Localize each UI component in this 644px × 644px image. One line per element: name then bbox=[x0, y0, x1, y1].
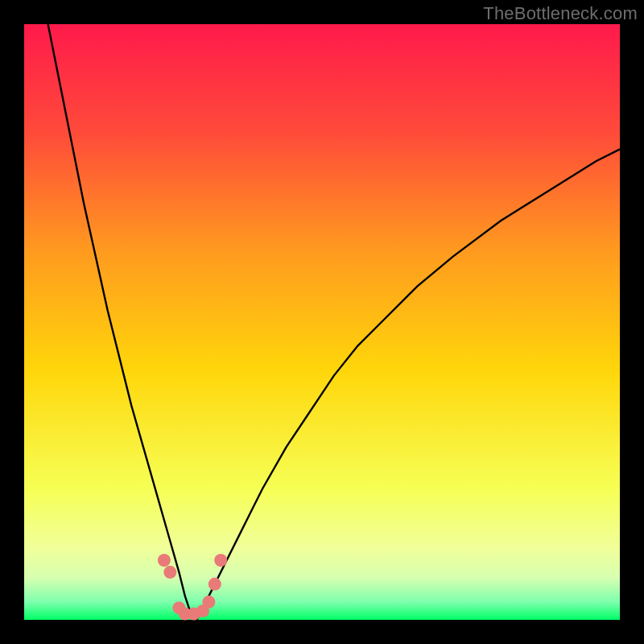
sample-markers bbox=[158, 554, 227, 621]
series-left-curve bbox=[48, 24, 197, 620]
sample-marker bbox=[214, 554, 227, 567]
sample-marker bbox=[158, 554, 171, 567]
chart-canvas bbox=[24, 24, 620, 620]
sample-marker bbox=[208, 578, 221, 591]
sample-marker bbox=[202, 596, 215, 609]
watermark-text: TheBottleneck.com bbox=[483, 3, 638, 24]
sample-marker bbox=[163, 566, 176, 579]
series-right-curve bbox=[197, 149, 620, 620]
plot-frame bbox=[24, 24, 620, 620]
